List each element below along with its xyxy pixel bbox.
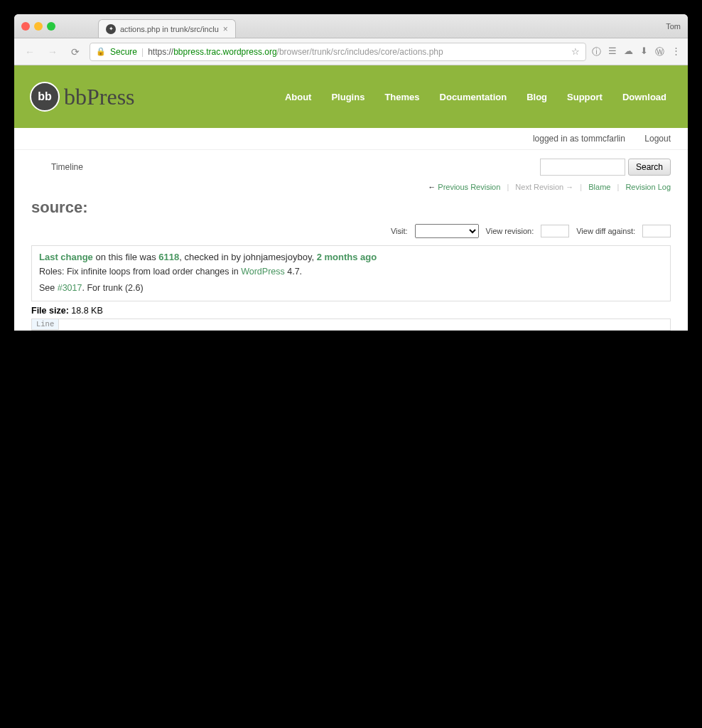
- reload-button[interactable]: ⟳: [67, 43, 84, 60]
- extension-icon[interactable]: ⬇: [640, 46, 648, 58]
- tab-timeline[interactable]: Timeline: [51, 162, 83, 172]
- revision-log-link[interactable]: Revision Log: [625, 183, 671, 191]
- tab-title: actions.php in trunk/src/inclu: [120, 25, 219, 33]
- file-size-row: File size: 18.8 KB: [31, 306, 671, 316]
- ticket-link[interactable]: #3017: [58, 283, 82, 293]
- last-change-link[interactable]: Last change: [39, 252, 93, 262]
- visit-label: Visit:: [391, 227, 408, 235]
- time-ago-link[interactable]: 2 months ago: [317, 252, 377, 262]
- secure-label: Secure: [110, 47, 137, 57]
- nav-link-support[interactable]: Support: [567, 92, 603, 102]
- browser-tab[interactable]: ✦ actions.php in trunk/src/inclu ×: [98, 19, 236, 38]
- source-code-view: Line: [31, 318, 671, 331]
- back-button[interactable]: ←: [21, 43, 38, 60]
- extension-icon[interactable]: ☁: [624, 46, 633, 58]
- search-form: Search: [540, 159, 671, 176]
- login-bar: logged in as tommcfarlin Logout: [14, 128, 688, 150]
- view-revision-label: View revision:: [486, 227, 534, 235]
- blame-link[interactable]: Blame: [588, 183, 610, 191]
- source-breadcrumb: source:: [14, 194, 688, 221]
- menu-icon[interactable]: ⋮: [671, 46, 681, 58]
- nav-link-download[interactable]: Download: [622, 92, 666, 102]
- close-tab-icon[interactable]: ×: [223, 24, 228, 34]
- nav-link-plugins[interactable]: Plugins: [331, 92, 364, 102]
- extension-icon[interactable]: ⓘ: [592, 46, 601, 58]
- nav-link-blog[interactable]: Blog: [526, 92, 547, 102]
- logged-in-text: logged in as tommcfarlin: [533, 134, 625, 144]
- site-header: bb bbPress AboutPluginsThemesDocumentati…: [14, 65, 688, 128]
- view-diff-label: View diff against:: [576, 227, 635, 235]
- author-name: johnjamesjoyboy: [244, 252, 312, 262]
- revision-link[interactable]: 6118: [158, 252, 179, 262]
- favicon-icon: ✦: [106, 24, 116, 34]
- bookmark-icon[interactable]: ☆: [571, 46, 580, 57]
- forward-button[interactable]: →: [44, 43, 61, 60]
- maximize-window-button[interactable]: [47, 22, 55, 31]
- logo-text: bbPress: [64, 84, 135, 110]
- page-content: bb bbPress AboutPluginsThemesDocumentati…: [14, 65, 688, 331]
- nav-link-about[interactable]: About: [285, 92, 312, 102]
- site-logo[interactable]: bb bbPress: [30, 82, 135, 112]
- close-window-button[interactable]: [21, 22, 30, 31]
- wordpress-link[interactable]: WordPress: [241, 267, 285, 277]
- search-input[interactable]: [540, 159, 625, 176]
- file-size-value: 18.8 KB: [71, 306, 102, 316]
- url-bar[interactable]: 🔒 Secure | https://bbpress.trac.wordpres…: [90, 43, 586, 61]
- minimize-window-button[interactable]: [34, 22, 43, 31]
- extension-icon[interactable]: Ⓦ: [655, 46, 664, 58]
- secondary-nav: Timeline Search: [14, 150, 688, 176]
- search-button[interactable]: Search: [628, 159, 671, 176]
- next-revision-link: Next Revision →: [515, 183, 573, 191]
- nav-link-themes[interactable]: Themes: [384, 92, 419, 102]
- revision-links: ← Previous Revision | Next Revision → | …: [14, 176, 688, 194]
- last-change-box: Last change on this file was 6118, check…: [31, 245, 671, 301]
- extension-icon[interactable]: ☰: [608, 46, 617, 58]
- browser-window: ✦ actions.php in trunk/src/inclu × Tom ←…: [14, 14, 688, 331]
- prev-revision-link[interactable]: Previous Revision: [438, 183, 500, 191]
- view-diff-input[interactable]: [642, 225, 671, 237]
- line-header: Line: [32, 319, 59, 330]
- chrome-titlebar: ✦ actions.php in trunk/src/inclu × Tom: [14, 14, 688, 38]
- chrome-toolbar: ← → ⟳ 🔒 Secure | https://bbpress.trac.wo…: [14, 38, 688, 65]
- chrome-profile-label[interactable]: Tom: [666, 22, 681, 31]
- logout-link[interactable]: Logout: [644, 134, 671, 144]
- extension-icons: ⓘ ☰ ☁ ⬇ Ⓦ ⋮: [592, 46, 681, 58]
- visit-select[interactable]: [415, 224, 479, 238]
- logo-mark: bb: [30, 82, 60, 112]
- nav-link-documentation[interactable]: Documentation: [440, 92, 507, 102]
- view-controls: Visit: View revision: View diff against:: [14, 221, 688, 245]
- lock-icon: 🔒: [96, 47, 106, 56]
- primary-nav: AboutPluginsThemesDocumentationBlogSuppo…: [285, 92, 666, 102]
- traffic-lights: [21, 22, 55, 31]
- view-revision-input[interactable]: [541, 225, 569, 237]
- file-size-label: File size:: [31, 306, 69, 316]
